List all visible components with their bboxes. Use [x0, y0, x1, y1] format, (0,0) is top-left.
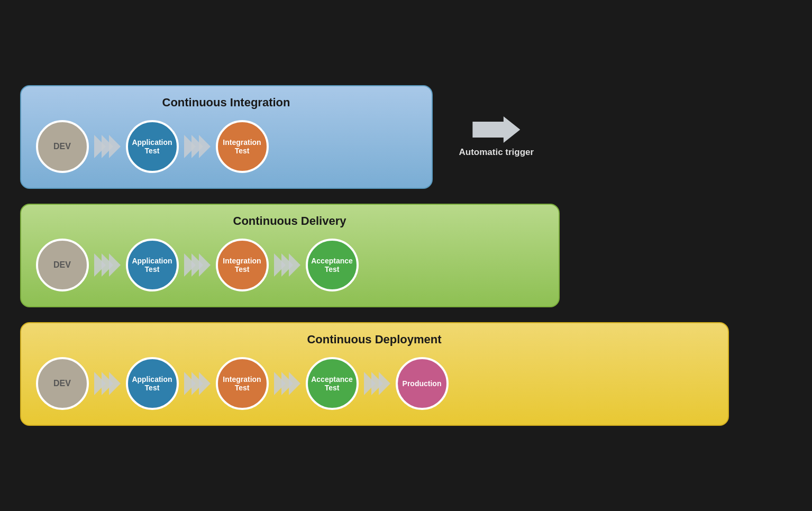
chevron-icon: [109, 372, 121, 395]
cd-pipeline: DEV ApplicationTest IntegrationTest Acce…: [36, 239, 544, 291]
auto-trigger-label: Automatic trigger: [459, 147, 534, 158]
chevron-icon: [109, 135, 121, 158]
chevron-icon: [199, 135, 211, 158]
ci-title: Continuous Integration: [36, 96, 417, 110]
cdeploy-prod-circle: Production: [396, 357, 449, 410]
cdeploy-arrow-1: [94, 372, 121, 395]
cd-dev-circle: DEV: [36, 239, 89, 291]
ci-dev-circle: DEV: [36, 120, 89, 173]
cd-arrow-2: [184, 253, 211, 277]
cd-acc-test-circle: AcceptanceTest: [306, 239, 359, 291]
cdeploy-arrow-2: [184, 372, 211, 395]
cdeploy-dev-circle: DEV: [36, 357, 89, 410]
chevron-icon: [199, 253, 211, 277]
main-container: Continuous Integration DEV ApplicationTe…: [20, 85, 792, 426]
cd-arrow-1: [94, 253, 121, 277]
ci-arrow-2: [184, 135, 211, 158]
cd-title: Continuous Delivery: [36, 214, 544, 228]
cdeploy-arrow-4: [364, 372, 390, 395]
auto-trigger-arrow-icon: [472, 116, 520, 143]
chevron-icon: [199, 372, 211, 395]
ci-pipeline: DEV ApplicationTest IntegrationTest: [36, 120, 417, 173]
cdeploy-pipeline: DEV ApplicationTest IntegrationTest Acce…: [36, 357, 713, 410]
ci-panel: Continuous Integration DEV ApplicationTe…: [20, 85, 433, 189]
cdeploy-int-test-circle: IntegrationTest: [216, 357, 269, 410]
cd-int-test-circle: IntegrationTest: [216, 239, 269, 291]
cd-arrow-3: [274, 253, 300, 277]
cdeploy-title: Continuous Deployment: [36, 333, 713, 346]
chevron-icon: [109, 253, 121, 277]
ci-arrow-1: [94, 135, 121, 158]
cdeploy-panel: Continuous Deployment DEV ApplicationTes…: [20, 322, 729, 426]
chevron-icon: [379, 372, 390, 395]
auto-trigger-area: Automatic trigger: [459, 116, 534, 158]
ci-int-test-circle: IntegrationTest: [216, 120, 269, 173]
cdeploy-app-test-circle: ApplicationTest: [126, 357, 179, 410]
cdeploy-acc-test-circle: AcceptanceTest: [306, 357, 359, 410]
ci-app-test-circle: ApplicationTest: [126, 120, 179, 173]
cd-panel: Continuous Delivery DEV ApplicationTest …: [20, 204, 560, 307]
cd-app-test-circle: ApplicationTest: [126, 239, 179, 291]
cdeploy-arrow-3: [274, 372, 300, 395]
chevron-icon: [289, 253, 300, 277]
chevron-icon: [289, 372, 300, 395]
